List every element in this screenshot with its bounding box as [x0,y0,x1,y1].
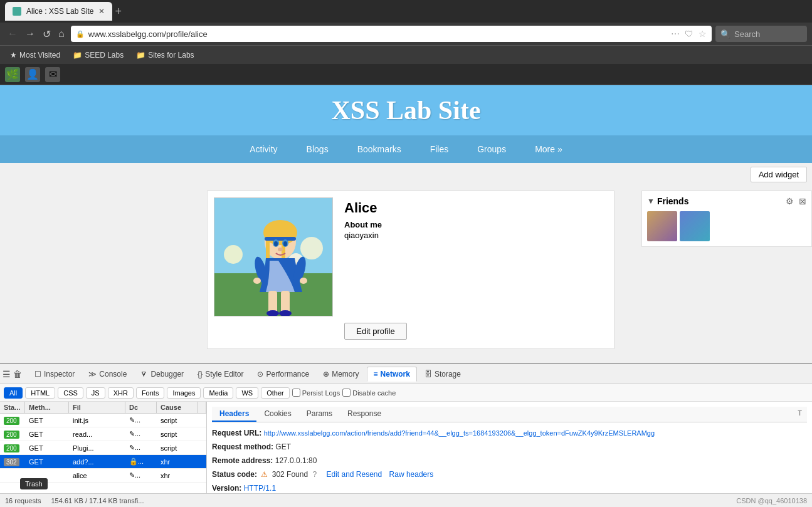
nav-groups[interactable]: Groups [472,142,511,157]
detail-tabs: Headers Cookies Params Response T [212,407,807,422]
status-help-icon[interactable]: ? [312,470,317,479]
site-nav: Activity Blogs Bookmarks Files Groups Mo… [0,135,812,163]
bookmark-seed-labs[interactable]: 📁 SEED Labs [68,50,129,61]
tab-close-button[interactable]: ✕ [98,7,105,16]
row-method: GET [25,457,69,467]
folder-icon: 📁 [73,51,82,60]
forward-button[interactable]: → [23,27,38,41]
tab-network[interactable]: ≡ Network [367,367,417,382]
persist-logs-checkbox[interactable] [292,389,300,397]
table-row[interactable]: 200 GET read... ✎... script [0,427,206,441]
friend-avatar-1[interactable] [647,211,677,241]
tab-performance[interactable]: ⊙ Performance [251,367,315,381]
devtools-trash-button[interactable]: 🗑 [13,369,22,379]
devtools-filter-toolbar: All HTML CSS JS XHR Fonts Images Media W… [0,384,812,402]
tab-debugger[interactable]: ⛛ Debugger [134,367,190,381]
filter-html[interactable]: HTML [25,387,55,399]
nav-bookmarks[interactable]: Bookmarks [352,142,406,157]
filter-ws[interactable]: WS [236,387,258,399]
friends-expand-icon[interactable]: ⊠ [799,196,806,206]
add-widget-button[interactable]: Add widget [751,167,807,182]
friend-avatar-2[interactable] [680,211,710,241]
nav-more[interactable]: More » [530,142,567,157]
friends-settings-icon[interactable]: ⚙ [786,196,794,206]
tab-memory[interactable]: ⊕ Memory [317,367,365,381]
url-text: www.xsslabelgg.com/profile/alice [88,29,667,39]
profile-card: Alice About me qiaoyaxin Edit profile [207,191,614,349]
filter-js[interactable]: JS [86,387,105,399]
tab-title: Alice : XSS Lab Site [26,7,93,16]
new-tab-button[interactable]: + [115,5,122,18]
status-code-row: Status code: ⚠ 302 Found ? Edit and Rese… [212,469,807,480]
ext-icon-3[interactable]: ✉ [45,67,60,82]
disable-cache-checkbox[interactable] [342,389,351,397]
edit-profile-button[interactable]: Edit profile [344,323,407,340]
network-icon: ≡ [374,370,378,379]
request-method-value: GET [275,442,291,451]
svg-point-14 [278,248,283,251]
header-waterfall [198,402,206,413]
address-bar[interactable]: 🔒 www.xsslabelgg.com/profile/alice ⋯ 🛡 ☆ [71,26,712,42]
filter-xhr[interactable]: XHR [108,387,134,399]
reader-mode-icon[interactable]: 🛡 [685,29,693,39]
row-status: 200 [0,416,25,426]
site-title: XSS Lab Site [331,95,480,125]
tab-storage[interactable]: 🗄 Storage [418,367,467,381]
nav-activity[interactable]: Activity [245,142,282,157]
bookmark-most-visited[interactable]: ★ Most Visited [5,50,65,61]
table-row[interactable]: 200 GET Plugi... ✎... script [0,441,206,455]
profile-name: Alice [344,200,407,216]
bookmark-label: SEED Labs [85,51,124,60]
tab-style-editor[interactable]: {} Style Editor [191,367,250,381]
detail-tab-response[interactable]: Response [340,407,389,422]
detail-tab-params[interactable]: Params [299,407,340,422]
row-file: alice [69,471,125,481]
tab-inspector[interactable]: ☐ Inspector [28,367,81,381]
table-row-selected[interactable]: 302 GET add?... 🔒... xhr [0,455,206,469]
persist-logs-text: Persist Logs [302,389,340,397]
nav-blogs[interactable]: Blogs [302,142,334,157]
raw-headers-link[interactable]: Raw headers [389,470,434,479]
bookmark-star-icon[interactable]: ☆ [699,29,707,39]
home-button[interactable]: ⌂ [56,27,67,41]
edit-resend-link[interactable]: Edit and Resend [326,470,382,479]
ext-icon-image: ✉ [49,68,57,80]
more-icon[interactable]: ⋯ [671,29,680,39]
row-cause: script [157,416,198,426]
disable-cache-label[interactable]: Disable cache [342,389,396,397]
address-icons: ⋯ 🛡 ☆ [671,29,707,39]
persist-logs-label[interactable]: Persist Logs [292,389,340,397]
filter-images[interactable]: Images [167,387,201,399]
active-tab[interactable]: Alice : XSS Lab Site ✕ [5,2,112,21]
friends-header: ▼ Friends ⚙ ⊠ [647,196,806,206]
devtools-toggle-button[interactable]: ☰ [3,369,11,379]
request-method-label: Request method: [212,442,273,451]
memory-icon: ⊕ [323,370,329,379]
profile-username: qiaoyaxin [344,231,407,240]
ext-icon-2[interactable]: 👤 [25,67,40,82]
row-dc: 🔒... [125,456,157,467]
row-waterfall [198,474,206,477]
detail-tab-cookies[interactable]: Cookies [256,407,298,422]
filter-fonts[interactable]: Fonts [136,387,165,399]
security-icon: 🔒 [76,30,85,38]
table-row[interactable]: 200 GET init.js ✎... script [0,414,206,427]
reload-button[interactable]: ↺ [40,27,53,41]
ext-icon-1[interactable]: 🌿 [5,67,20,82]
back-button[interactable]: ← [5,27,20,41]
friends-triangle-icon: ▼ [647,197,655,206]
search-box[interactable]: 🔍 Search [715,26,807,42]
tab-console[interactable]: ≫ Console [82,367,133,381]
filter-css[interactable]: CSS [58,387,83,399]
filter-all[interactable]: All [4,387,23,399]
row-status [0,474,25,477]
nav-files[interactable]: Files [425,142,454,157]
detail-tab-headers[interactable]: Headers [212,407,256,422]
row-waterfall [198,447,206,449]
filter-other[interactable]: Other [261,387,290,399]
filter-media[interactable]: Media [203,387,233,399]
bookmark-label: Sites for Labs [148,51,194,60]
table-header: Sta... Meth... Fil Dc Cause [0,402,206,414]
bookmark-sites-for-labs[interactable]: 📁 Sites for Labs [131,50,199,61]
bookmark-label: Most Visited [19,51,60,60]
